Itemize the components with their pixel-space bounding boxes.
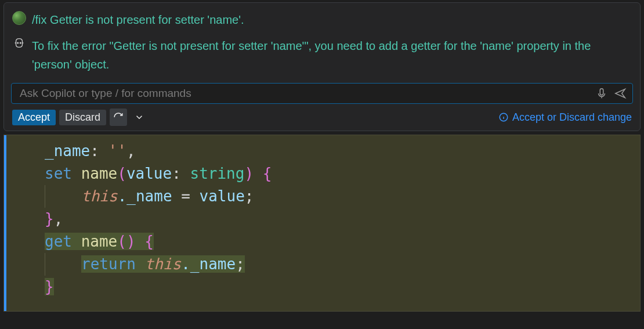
more-options-button[interactable] [131, 109, 148, 126]
info-icon [498, 112, 509, 122]
regenerate-button[interactable] [110, 109, 127, 126]
send-icon[interactable] [614, 87, 627, 100]
svg-point-0 [17, 42, 19, 44]
code-line-inserted: return this._name; [11, 253, 633, 276]
chat-input[interactable] [20, 87, 589, 100]
microphone-icon[interactable] [595, 87, 608, 100]
chat-input-container [11, 83, 633, 104]
user-message-row: /fix Getter is not present for setter 'n… [4, 9, 640, 34]
info-link-label: Accept or Discard change [512, 111, 632, 124]
accept-button[interactable]: Accept [12, 110, 56, 125]
code-line: _name: '', [11, 140, 633, 162]
code-line: }, [11, 208, 633, 230]
copilot-icon [12, 36, 26, 50]
chat-input-box[interactable] [11, 83, 633, 104]
chevron-down-icon [134, 112, 144, 122]
user-message-text: /fix Getter is not present for setter 'n… [32, 11, 244, 28]
info-link[interactable]: Accept or Discard change [498, 111, 632, 124]
code-line-inserted: } [11, 276, 633, 298]
action-bar: Accept Discard Accept or Discard change [4, 109, 640, 127]
svg-point-1 [20, 42, 21, 44]
code-line: this._name = value; [11, 185, 633, 208]
user-avatar-icon [12, 11, 26, 25]
code-line: set name(value: string) { [11, 162, 633, 185]
copilot-chat-panel: /fix Getter is not present for setter 'n… [3, 2, 641, 131]
copilot-message-row: To fix the error "Getter is not present … [4, 34, 640, 79]
svg-rect-2 [600, 89, 603, 95]
copilot-message-text: To fix the error "Getter is not present … [32, 36, 632, 74]
refresh-icon [113, 112, 124, 122]
code-diff-editor[interactable]: _name: '', set name(value: string) { thi… [3, 135, 641, 312]
code-line-inserted: get name() { [11, 230, 633, 253]
discard-button[interactable]: Discard [59, 110, 106, 125]
